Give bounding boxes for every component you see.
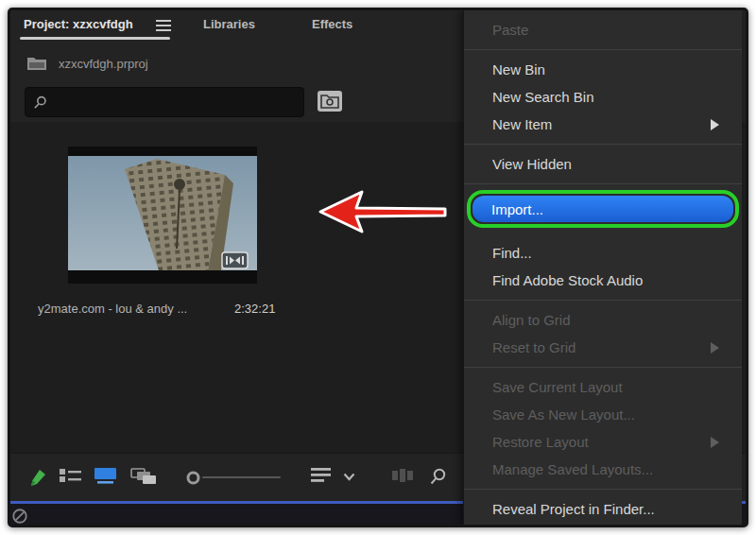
- menu-item-reveal-project-in-finder[interactable]: Reveal Project in Finder...: [464, 495, 742, 523]
- menu-item-view-hidden[interactable]: View Hidden: [464, 150, 742, 178]
- submenu-arrow-icon: [711, 119, 719, 130]
- automate-to-sequence-icon: [392, 468, 416, 483]
- menu-item-new-item[interactable]: New Item: [464, 111, 742, 138]
- highlight-ring-annotation: Import...: [467, 190, 739, 228]
- menu-item-save-as-new-layout: Save As New Layout...: [464, 401, 742, 428]
- sync-icon[interactable]: [11, 508, 28, 525]
- menu-item-manage-saved-layouts: Manage Saved Layouts...: [464, 456, 742, 483]
- project-file-row[interactable]: xzxcvfdgh.prproj: [26, 54, 148, 73]
- project-writable-pen-icon[interactable]: [28, 468, 47, 487]
- search-bin-icon: [320, 94, 339, 109]
- menu-item-find[interactable]: Find...: [464, 239, 742, 267]
- sort-icon[interactable]: [311, 468, 331, 482]
- zoom-slider-knob[interactable]: [185, 470, 201, 486]
- context-menu: Paste New Bin New Search Bin New Item Vi…: [463, 10, 742, 527]
- tab-libraries[interactable]: Libraries: [203, 17, 255, 31]
- red-arrow-annotation: [317, 187, 449, 236]
- list-view-icon[interactable]: [60, 468, 81, 483]
- menu-item-paste: Paste: [464, 16, 742, 43]
- screenshot: Project: xzxcvfdgh Libraries Effects xzx…: [0, 0, 756, 535]
- freeform-view-icon[interactable]: [130, 468, 158, 486]
- menu-item-new-search-bin[interactable]: New Search Bin: [464, 83, 742, 111]
- search-bin-button[interactable]: [318, 91, 342, 112]
- tab-effects[interactable]: Effects: [312, 17, 352, 31]
- project-folder-icon: [26, 56, 47, 71]
- icon-view-icon[interactable]: [94, 468, 116, 484]
- menu-item-find-adobe-stock-audio[interactable]: Find Adobe Stock Audio: [464, 267, 742, 294]
- active-tab-underline: [20, 37, 170, 40]
- menu-item-save-current-layout: Save Current Layout: [464, 373, 742, 401]
- find-icon[interactable]: [429, 468, 447, 486]
- tab-project[interactable]: Project: xzxcvfdgh: [24, 17, 133, 31]
- menu-item-reset-to-grid: Reset to Grid: [464, 334, 742, 361]
- search-box[interactable]: [25, 87, 304, 117]
- clip-name: y2mate.com - lou & andy ...: [38, 302, 187, 316]
- submenu-arrow-icon: [711, 437, 719, 448]
- project-file-name: xzxcvfdgh.prproj: [59, 57, 148, 71]
- search-icon: [33, 95, 47, 110]
- clip-thumbnail[interactable]: [68, 147, 257, 284]
- menu-item-align-to-grid: Align to Grid: [464, 306, 742, 334]
- panel-menu-icon[interactable]: [156, 20, 171, 31]
- menu-item-restore-layout: Restore Layout: [464, 428, 742, 456]
- premiere-project-panel: Project: xzxcvfdgh Libraries Effects xzx…: [8, 8, 748, 527]
- menu-item-import[interactable]: Import...: [472, 196, 733, 222]
- submenu-arrow-icon: [711, 342, 719, 354]
- search-input[interactable]: [47, 95, 303, 110]
- menu-item-new-bin[interactable]: New Bin: [464, 56, 742, 83]
- av-clip-badge-icon: [222, 252, 248, 268]
- chevron-down-icon[interactable]: [343, 473, 355, 481]
- zoom-slider-track[interactable]: [202, 476, 281, 478]
- clip-duration: 2:32:21: [234, 302, 275, 316]
